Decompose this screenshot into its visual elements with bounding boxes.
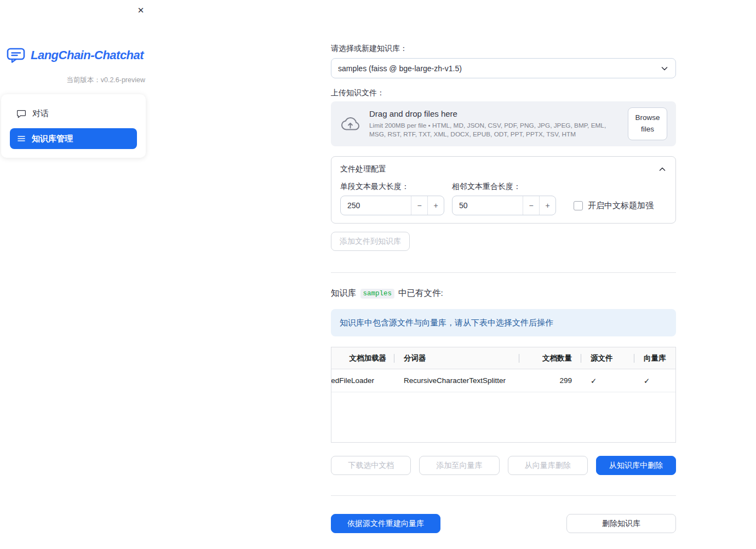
version-label: 当前版本：v0.2.6-preview — [66, 76, 145, 85]
table-header-row: 文档加载器 分词器 文档数量 源文件 向量库 — [331, 347, 676, 369]
cell-source-check: ✓ — [581, 369, 634, 392]
existing-files-line: 知识库 samples 中已有文件: — [331, 288, 676, 299]
cell-vector-check: ✓ — [634, 369, 676, 392]
zh-title-checkbox-label: 开启中文标题加强 — [588, 201, 654, 211]
kb-selectbox[interactable]: samples (faiss @ bge-large-zh-v1.5) — [331, 58, 676, 78]
chunk-size-group: 单段文本最大长度： − + — [340, 182, 444, 215]
chat-bubble-icon — [17, 109, 26, 118]
sidebar: ✕ LangChain-Chatchat 当前版本：v0.2.6-preview… — [0, 0, 153, 549]
divider — [331, 495, 676, 496]
chevron-up-icon — [658, 165, 667, 174]
table-row[interactable]: UnstructuredFileLoader RecursiveCharacte… — [331, 369, 676, 392]
sidebar-item-label: 知识库管理 — [32, 134, 73, 144]
zh-title-checkbox[interactable] — [574, 201, 583, 210]
column-header-loader[interactable]: 文档加载器 — [331, 347, 394, 369]
plus-button[interactable]: + — [427, 196, 444, 215]
column-header-vector-store[interactable]: 向量库 — [634, 347, 676, 369]
sidebar-item-dialogue[interactable]: 对话 — [10, 103, 137, 124]
column-header-source-file[interactable]: 源文件 — [581, 347, 634, 369]
minus-button[interactable]: − — [411, 196, 427, 215]
chunk-size-stepper: − + — [340, 196, 444, 215]
info-banner: 知识库中包含源文件与向量库，请从下表中选择文件后操作 — [331, 309, 676, 336]
delete-from-vector-button[interactable]: 从向量库删除 — [508, 456, 588, 475]
kb-selectbox-value: samples (faiss @ bge-large-zh-v1.5) — [338, 64, 462, 73]
file-action-buttons: 下载选中文档 添加至向量库 从向量库删除 从知识库中删除 — [331, 456, 676, 475]
kb-name-code: samples — [360, 289, 395, 299]
add-files-button[interactable]: 添加文件到知识库 — [331, 232, 410, 251]
delete-from-kb-button[interactable]: 从知识库中删除 — [596, 456, 676, 475]
minus-button[interactable]: − — [523, 196, 539, 215]
sidebar-menu: 对话 知识库管理 — [1, 94, 146, 158]
delete-kb-button[interactable]: 删除知识库 — [566, 514, 676, 533]
overlap-size-stepper: − + — [452, 196, 556, 215]
kb-select-label: 请选择或新建知识库： — [331, 44, 676, 54]
dropzone-text: Drag and drop files here Limit 200MB per… — [369, 109, 619, 139]
sidebar-item-kb-management[interactable]: 知识库管理 — [10, 128, 137, 149]
chevron-down-icon — [660, 64, 669, 73]
app-logo: LangChain-Chatchat — [7, 47, 144, 64]
column-header-doc-count[interactable]: 文档数量 — [519, 347, 581, 369]
dropzone-hint: Limit 200MB per file • HTML, MD, JSON, C… — [369, 121, 619, 139]
cell-splitter: RecursiveCharacterTextSplitter — [394, 369, 519, 392]
expander-title: 文件处理配置 — [340, 164, 386, 174]
column-header-splitter[interactable]: 分词器 — [394, 347, 519, 369]
zh-title-checkbox-row: 开启中文标题加强 — [574, 201, 654, 211]
overlap-size-group: 相邻文本重合长度： − + — [452, 182, 556, 215]
dropzone-title: Drag and drop files here — [369, 109, 619, 118]
overlap-size-input[interactable] — [453, 196, 523, 215]
file-config-body: 单段文本最大长度： − + 相邻文本重合长度： − + 开启中文标题加强 — [331, 181, 675, 223]
download-selected-button[interactable]: 下载选中文档 — [331, 456, 411, 475]
plus-button[interactable]: + — [539, 196, 555, 215]
file-config-expander-header[interactable]: 文件处理配置 — [331, 157, 675, 181]
rebuild-vector-store-button[interactable]: 依据源文件重建向量库 — [331, 514, 440, 533]
chunk-size-input[interactable] — [341, 196, 411, 215]
overlap-size-label: 相邻文本重合长度： — [452, 182, 556, 192]
existing-prefix: 知识库 — [331, 288, 357, 299]
app-title: LangChain-Chatchat — [31, 48, 144, 62]
chunk-size-label: 单段文本最大长度： — [340, 182, 444, 192]
cloud-upload-icon — [340, 116, 360, 132]
sidebar-item-label: 对话 — [32, 108, 49, 119]
cell-loader: UnstructuredFileLoader — [331, 369, 394, 392]
upload-label: 上传知识文件： — [331, 88, 676, 98]
add-to-vector-button[interactable]: 添加至向量库 — [419, 456, 499, 475]
list-icon — [17, 134, 26, 143]
cell-doc-count: 299 — [519, 369, 581, 392]
file-dropzone[interactable]: Drag and drop files here Limit 200MB per… — [331, 101, 676, 146]
files-table-scroll-area: 文档加载器 分词器 文档数量 源文件 向量库 UnstructuredFileL… — [331, 347, 676, 392]
files-table: 文档加载器 分词器 文档数量 源文件 向量库 UnstructuredFileL… — [331, 347, 676, 443]
file-config-expander: 文件处理配置 单段文本最大长度： − + 相邻文本重合长度： — [331, 156, 676, 224]
main-content: 请选择或新建知识库： samples (faiss @ bge-large-zh… — [331, 0, 676, 533]
browse-files-button[interactable]: Browse files — [628, 107, 667, 140]
existing-suffix: 中已有文件: — [398, 288, 443, 299]
kb-footer-buttons: 依据源文件重建向量库 删除知识库 — [331, 514, 676, 533]
close-sidebar-icon[interactable]: ✕ — [135, 4, 147, 16]
divider — [331, 272, 676, 273]
chat-logo-icon — [7, 47, 26, 64]
